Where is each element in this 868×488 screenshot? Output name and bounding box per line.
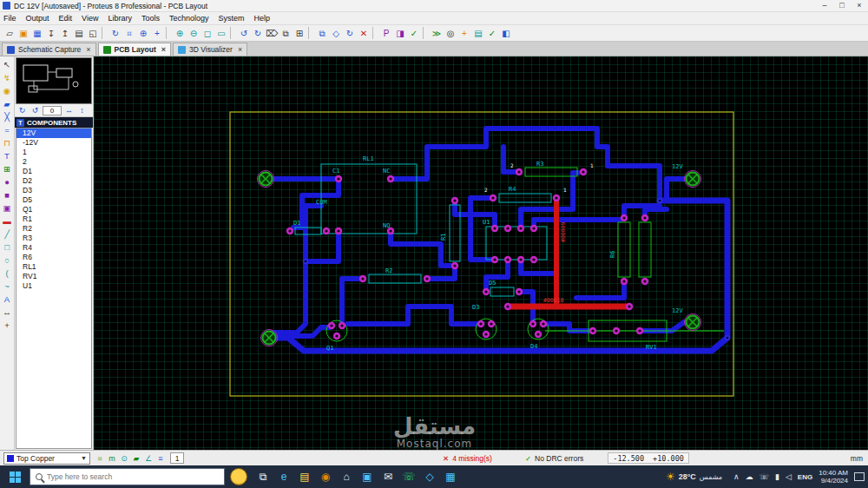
mirror-vertical-icon[interactable]: ↕ [76, 105, 88, 116]
toggle-grid-icon[interactable]: ⌗ [122, 26, 136, 40]
zoom-all-icon[interactable]: ◻ [201, 26, 214, 40]
origin-marker-icon[interactable]: + [0, 319, 14, 332]
component-item[interactable]: D5 [16, 195, 91, 205]
component-item[interactable]: U1 [16, 281, 91, 291]
edge-browser-icon[interactable]: e [273, 465, 294, 488]
2d-circle-icon[interactable]: ○ [0, 254, 14, 267]
tray-chevron-icon[interactable]: ∧ [733, 472, 740, 481]
taskbar-search[interactable] [30, 468, 225, 485]
2d-arc-icon[interactable]: ( [0, 267, 14, 280]
package-mode-icon[interactable]: ⊞ [0, 162, 14, 175]
clock[interactable]: 10:40 AM 9/4/2024 [819, 469, 848, 485]
connectivity-rule-icon[interactable]: = [0, 123, 14, 136]
component-item[interactable]: RL1 [16, 262, 91, 272]
redo-icon[interactable]: ↻ [251, 26, 265, 40]
block-move-icon[interactable]: ◇ [329, 26, 343, 40]
save-project-icon[interactable]: ▦ [30, 26, 44, 40]
export-section-icon[interactable]: ↥ [58, 26, 72, 40]
3d-visualizer-icon[interactable]: ◧ [499, 26, 513, 40]
mail-icon[interactable]: ✉ [378, 465, 398, 488]
drc-status[interactable]: No DRC errors [535, 454, 583, 463]
notification-center-icon[interactable] [854, 472, 865, 481]
file-explorer-icon[interactable]: ▤ [294, 465, 315, 488]
new-file-icon[interactable]: ▱ [3, 26, 16, 40]
tab-close-icon[interactable]: × [161, 45, 166, 54]
tab-schematic-capture[interactable]: Schematic Capture × [2, 43, 96, 56]
component-item[interactable]: Q1 [16, 205, 91, 214]
menu-system[interactable]: System [219, 14, 245, 23]
volume-icon[interactable]: ◁ [786, 472, 792, 481]
polar-coords-icon[interactable]: ⊙ [118, 452, 130, 465]
tab-close-icon[interactable]: × [86, 45, 90, 54]
task-view-icon[interactable]: ⧉ [253, 465, 273, 488]
new-sheet-icon[interactable]: + [457, 26, 471, 40]
pcb-editor-canvas[interactable]: RL1 C1 NC COM NO D1 R2 R3 R4 U1 D5 D3 D4… [94, 56, 868, 450]
component-item[interactable]: D1 [16, 167, 91, 176]
2d-text-icon[interactable]: A [0, 293, 14, 306]
menu-help[interactable]: Help [254, 14, 271, 23]
block-rotate-icon[interactable]: ↻ [343, 26, 357, 40]
components-list[interactable]: 12V-12V12D1D2D3D5Q1R1R2R3R4R6RL1RV1U1 [16, 128, 92, 449]
vscode-icon[interactable]: ◇ [419, 465, 440, 488]
snap-toggle-icon[interactable]: ⌗ [94, 452, 106, 465]
photos-icon[interactable]: ▣ [357, 465, 378, 488]
menu-library[interactable]: Library [108, 14, 132, 23]
mirror-horizontal-icon[interactable]: ↔ [63, 105, 75, 116]
language-indicator[interactable]: ENG [798, 473, 812, 481]
component-mode-icon[interactable]: ⊓ [0, 136, 14, 149]
start-button[interactable] [0, 465, 30, 488]
layer-selector[interactable]: Top Copper ▼ [3, 452, 90, 465]
2d-path-icon[interactable]: ~ [0, 280, 14, 293]
onedrive-icon[interactable]: ☁ [746, 472, 753, 481]
2d-line-icon[interactable]: ╱ [0, 228, 14, 241]
component-item[interactable]: 1 [16, 148, 91, 157]
2d-box-icon[interactable]: □ [0, 241, 14, 254]
redraw-icon[interactable]: ↻ [108, 26, 122, 40]
pick-parts-icon[interactable]: P [379, 26, 393, 40]
component-item[interactable]: R4 [16, 243, 91, 253]
pad-smt-icon[interactable]: ▬ [0, 214, 14, 228]
dimension-icon[interactable]: ↔ [0, 306, 14, 319]
bill-of-materials-icon[interactable]: ▤ [471, 26, 485, 40]
zoom-out-icon[interactable]: ⊖ [187, 26, 201, 40]
top-copper-traces[interactable] [266, 129, 727, 351]
undo-icon[interactable]: ↺ [237, 26, 251, 40]
component-item[interactable]: D3 [16, 186, 91, 195]
silkscreen-outlines[interactable] [295, 164, 551, 296]
rotation-angle-field[interactable]: 0 [43, 106, 62, 115]
zone-mode-icon[interactable]: ▰ [0, 97, 14, 110]
paste-icon[interactable]: ⊞ [293, 26, 306, 40]
menu-edit[interactable]: Edit [59, 14, 73, 23]
whatsapp-tray-icon[interactable]: ☏ [760, 472, 769, 481]
component-item[interactable]: R1 [16, 214, 91, 224]
auto-trace-select-icon[interactable]: ▰ [130, 452, 142, 465]
block-delete-icon[interactable]: ✕ [357, 26, 371, 40]
auto-router-icon[interactable]: ≫ [430, 26, 444, 40]
verify-packaging-icon[interactable]: ✓ [407, 26, 421, 40]
via-mode-icon[interactable]: ◉ [0, 84, 14, 97]
component-item[interactable]: R6 [16, 253, 91, 262]
minimize-button[interactable]: – [816, 0, 833, 11]
pad-square-icon[interactable]: ■ [0, 188, 14, 201]
search-input[interactable] [47, 472, 219, 481]
metric-toggle-icon[interactable]: m [106, 452, 118, 465]
component-item[interactable]: D2 [16, 176, 91, 186]
component-item[interactable]: -12V [16, 138, 91, 148]
component-item[interactable]: RV1 [16, 272, 91, 281]
print-icon[interactable]: ▤ [72, 26, 86, 40]
pad-dil-icon[interactable]: ▣ [0, 201, 14, 214]
mark-output-area-icon[interactable]: ◱ [86, 26, 100, 40]
design-explorer-icon[interactable]: ◎ [444, 26, 457, 40]
pads[interactable] [286, 168, 730, 340]
block-copy-icon[interactable]: ⧉ [315, 26, 329, 40]
menu-tools[interactable]: Tools [141, 14, 160, 23]
zoom-area-icon[interactable]: ▭ [214, 26, 228, 40]
maximize-button[interactable]: □ [833, 0, 851, 11]
zoom-in-icon[interactable]: ⊕ [173, 26, 187, 40]
open-project-icon[interactable]: ▣ [16, 26, 30, 40]
missing-count[interactable]: 4 missing(s) [452, 454, 492, 463]
close-button[interactable]: × [851, 0, 868, 11]
cut-icon[interactable]: ⌦ [265, 26, 279, 40]
trace-angle-lock-icon[interactable]: ∠ [142, 452, 155, 465]
menu-output[interactable]: Output [26, 14, 49, 23]
